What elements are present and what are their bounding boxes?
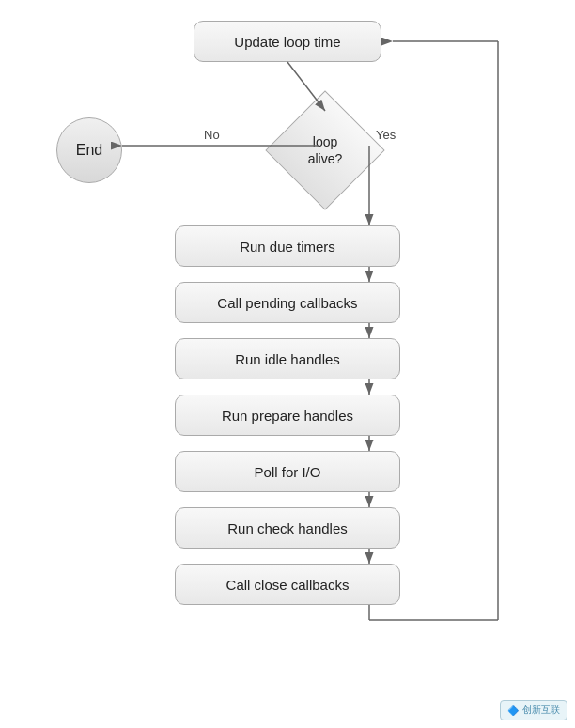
- prepare-label: Run prepare handles: [222, 408, 353, 424]
- node-loop-alive: loop alive?: [269, 103, 381, 197]
- check-label: Run check handles: [227, 520, 348, 536]
- node-check-handles: Run check handles: [175, 507, 400, 549]
- node-close-callbacks: Call close callbacks: [175, 564, 400, 605]
- node-pending-callbacks: Call pending callbacks: [175, 282, 400, 323]
- diamond-label: loop alive?: [308, 133, 343, 167]
- timers-label: Run due timers: [240, 239, 335, 255]
- watermark-icon: 🔷: [507, 705, 519, 716]
- flowchart-container: Update loop time loop alive? End Run due…: [0, 0, 575, 728]
- poll-label: Poll for I/O: [255, 464, 321, 480]
- node-end: End: [56, 117, 122, 183]
- node-prepare-handles: Run prepare handles: [175, 395, 400, 436]
- pending-label: Call pending callbacks: [217, 295, 357, 311]
- node-poll-io: Poll for I/O: [175, 451, 400, 492]
- idle-label: Run idle handles: [235, 351, 340, 367]
- watermark: 🔷 创新互联: [500, 700, 567, 720]
- watermark-text: 创新互联: [522, 704, 560, 717]
- node-idle-handles: Run idle handles: [175, 338, 400, 379]
- end-label: End: [76, 142, 102, 159]
- node-timers: Run due timers: [175, 225, 400, 267]
- no-label: No: [204, 128, 220, 142]
- close-label: Call close callbacks: [226, 577, 350, 593]
- node-update-loop-time: Update loop time: [194, 21, 381, 62]
- node-update-label: Update loop time: [234, 34, 340, 50]
